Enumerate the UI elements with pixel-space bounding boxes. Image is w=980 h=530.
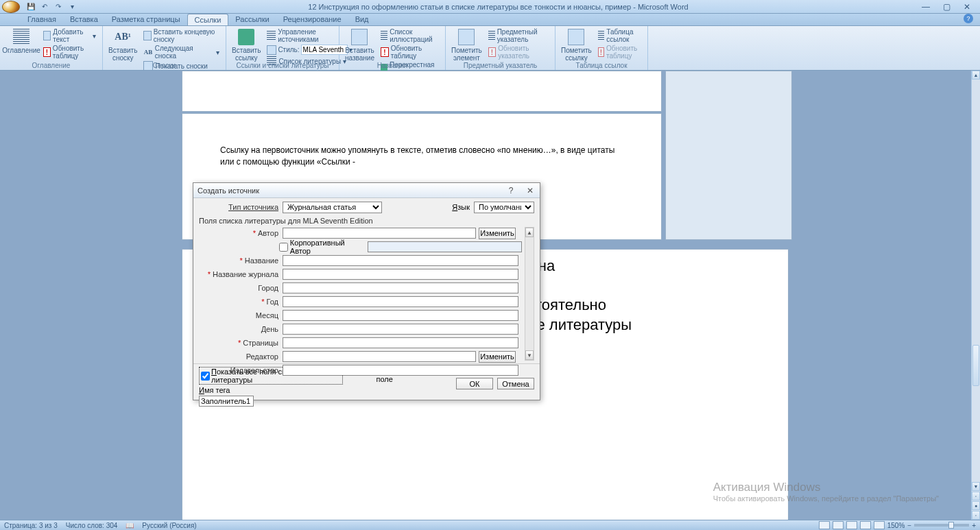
- toa-icon: [598, 31, 604, 40]
- document-vertical-scrollbar[interactable]: ▲ ▼ ◦ ● ◦: [971, 71, 980, 520]
- publisher-input[interactable]: [283, 365, 518, 376]
- status-bar: Страница: 3 из 3 Число слов: 304 📖 Русск…: [0, 520, 980, 530]
- tab-review[interactable]: Рецензирование: [276, 14, 348, 25]
- editor-input[interactable]: [283, 351, 476, 362]
- citation-icon: [238, 29, 254, 45]
- tab-home[interactable]: Главная: [21, 14, 63, 25]
- side-preview-panel: [665, 71, 792, 240]
- update-index-button[interactable]: !Обновить указатель: [486, 44, 551, 60]
- next-page-icon[interactable]: ◦: [972, 511, 980, 520]
- scroll-down-icon[interactable]: ▼: [525, 350, 534, 360]
- browse-object-icon[interactable]: ●: [972, 501, 980, 510]
- tab-insert[interactable]: Вставка: [63, 14, 105, 25]
- add-text-icon: [43, 31, 51, 40]
- ribbon: Оглавление Добавить текст ▾ !Обновить та…: [0, 26, 980, 71]
- mark-citation-icon: [568, 29, 584, 45]
- add-text-button[interactable]: Добавить текст ▾: [41, 27, 98, 44]
- group-label: Таблица ссылок: [555, 62, 647, 69]
- tab-page-layout[interactable]: Разметка страницы: [105, 14, 187, 25]
- ok-button[interactable]: ОК: [456, 378, 493, 389]
- close-button[interactable]: ✕: [959, 2, 975, 12]
- draft-view-icon[interactable]: [874, 521, 885, 529]
- table-authorities-button[interactable]: Таблица ссылок: [596, 27, 643, 44]
- endnote-icon: [143, 31, 151, 40]
- zoom-level[interactable]: 150%: [887, 522, 905, 529]
- tab-mailings[interactable]: Рассылки: [228, 14, 276, 25]
- save-icon[interactable]: 💾: [25, 1, 37, 12]
- qat-dropdown-icon[interactable]: ▾: [66, 1, 78, 12]
- dialog-title: Создать источник: [198, 186, 259, 195]
- document-text: Ссылку на первоисточник можно упомянуть …: [220, 145, 614, 167]
- language-indicator[interactable]: Русский (Россия): [142, 522, 196, 529]
- list-figures-icon: [381, 31, 387, 40]
- group-label: Ссылки и списки литературы: [226, 62, 339, 69]
- scroll-thumb[interactable]: [972, 345, 979, 386]
- city-input[interactable]: [283, 282, 518, 293]
- toc-button[interactable]: Оглавление: [4, 27, 38, 62]
- prev-page-icon[interactable]: ◦: [972, 492, 980, 501]
- web-layout-view-icon[interactable]: [846, 521, 857, 529]
- page-previous: [182, 71, 662, 112]
- full-screen-view-icon[interactable]: [833, 521, 844, 529]
- month-input[interactable]: [283, 310, 518, 321]
- scroll-up-icon[interactable]: ▲: [972, 71, 980, 80]
- fields-section-label: Поля списка литературы для MLA Seventh E…: [199, 215, 534, 227]
- insert-index-button[interactable]: Предметный указатель: [486, 27, 551, 44]
- source-type-select[interactable]: Журнальная статья: [283, 202, 382, 213]
- outline-view-icon[interactable]: [860, 521, 871, 529]
- dialog-titlebar[interactable]: Создать источник ? ✕: [193, 183, 540, 198]
- language-select[interactable]: По умолчанию: [474, 202, 534, 213]
- edit-author-button[interactable]: Изменить: [479, 228, 516, 239]
- day-input[interactable]: [283, 324, 518, 335]
- print-layout-view-icon[interactable]: [819, 521, 830, 529]
- windows-activation-watermark: Активация Windows Чтобы активировать Win…: [713, 481, 939, 503]
- zoom-out-icon[interactable]: −: [907, 522, 911, 529]
- pages-input[interactable]: [283, 337, 518, 348]
- undo-icon[interactable]: ↶: [38, 1, 51, 12]
- year-input[interactable]: [283, 296, 518, 307]
- tab-view[interactable]: Вид: [348, 14, 376, 25]
- scroll-down-icon[interactable]: ▼: [972, 482, 980, 491]
- spellcheck-icon[interactable]: 📖: [126, 522, 134, 529]
- insert-endnote-button[interactable]: Вставить концевую сноску: [141, 27, 222, 44]
- quick-access-toolbar: 💾 ↶ ↷ ▾: [25, 1, 78, 12]
- page-count[interactable]: Страница: 3 из 3: [4, 522, 58, 529]
- cancel-button[interactable]: Отмена: [497, 378, 534, 389]
- maximize-button[interactable]: ▢: [939, 2, 954, 12]
- title-bar: 💾 ↶ ↷ ▾ 12 Инструкция по оформлению стат…: [0, 0, 980, 14]
- corporate-author-checkbox[interactable]: Корпоративный Автор: [279, 239, 363, 255]
- ribbon-tabs: Главная Вставка Разметка страницы Ссылки…: [0, 14, 980, 26]
- title-input[interactable]: [283, 255, 518, 266]
- language-label: ЯЯзыкзык: [452, 203, 474, 211]
- create-source-dialog: Создать источник ? ✕ Тип источника Журна…: [193, 182, 540, 400]
- author-input[interactable]: [283, 228, 476, 239]
- tab-references[interactable]: Ссылки: [187, 14, 229, 25]
- dialog-scrollbar[interactable]: ▲ ▼: [525, 227, 534, 361]
- redo-icon[interactable]: ↷: [52, 1, 64, 12]
- source-type-label: Тип источника: [199, 203, 283, 211]
- update-icon: !: [598, 47, 604, 57]
- tag-name-label: Имя тега: [199, 386, 343, 394]
- update-icon: !: [488, 47, 496, 57]
- zoom-in-icon[interactable]: +: [972, 522, 976, 529]
- list-figures-button[interactable]: Список иллюстраций: [379, 27, 441, 44]
- office-button[interactable]: [2, 1, 20, 13]
- next-footnote-icon: AB: [143, 47, 152, 57]
- corporate-author-input[interactable]: [368, 241, 522, 252]
- tag-name-input[interactable]: [199, 396, 254, 407]
- zoom-thumb[interactable]: [948, 522, 954, 529]
- update-toc-button[interactable]: !Обновить таблицу: [41, 44, 98, 60]
- edit-editor-button[interactable]: Изменить: [479, 351, 516, 363]
- footnote-icon: AB¹: [115, 29, 131, 45]
- update-toa-button[interactable]: !Обновить таблицу: [596, 44, 643, 60]
- zoom-slider[interactable]: [914, 524, 969, 527]
- next-footnote-button[interactable]: ABСледующая сноска ▾: [141, 44, 222, 60]
- word-count[interactable]: Число слов: 304: [66, 522, 118, 529]
- journal-input[interactable]: [283, 269, 518, 280]
- help-icon[interactable]: ?: [964, 14, 973, 23]
- minimize-button[interactable]: —: [918, 2, 933, 12]
- dialog-help-button[interactable]: ?: [505, 185, 516, 195]
- update-captions-button[interactable]: !Обновить таблицу: [379, 44, 441, 60]
- dialog-close-button[interactable]: ✕: [525, 185, 536, 195]
- scroll-up-icon[interactable]: ▲: [525, 228, 534, 237]
